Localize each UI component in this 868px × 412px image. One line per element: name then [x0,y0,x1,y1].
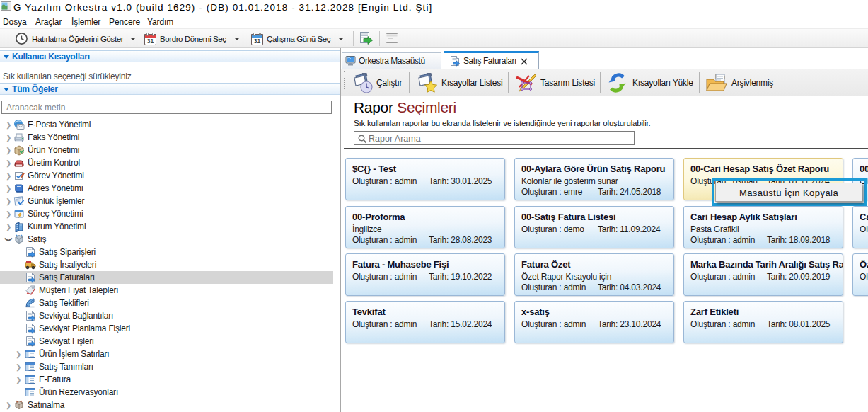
svg-text:31: 31 [147,38,154,45]
svg-text:31: 31 [254,38,261,45]
